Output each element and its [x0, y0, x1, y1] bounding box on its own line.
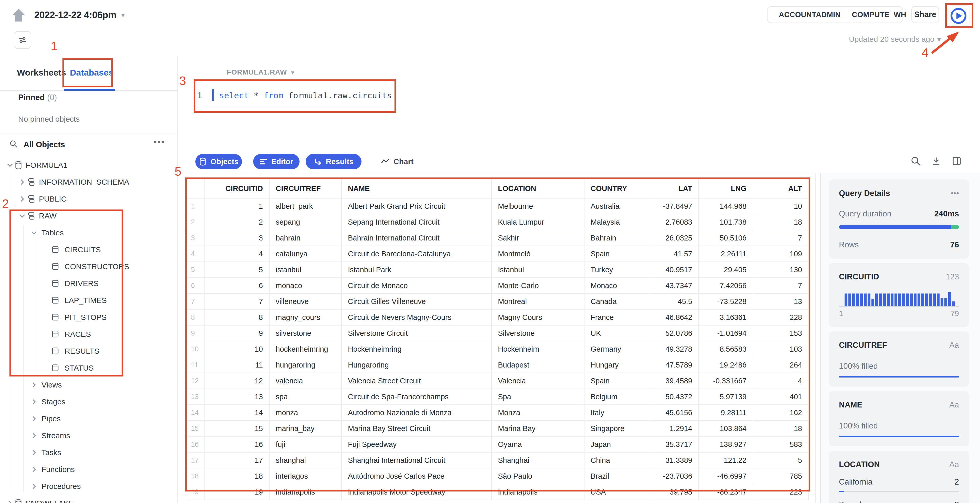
- cell-location[interactable]: São Paulo: [492, 468, 584, 484]
- cell-lat[interactable]: 49.3278: [650, 341, 698, 357]
- cell-circuitid[interactable]: 11: [204, 357, 269, 373]
- cell-name[interactable]: Sepang International Circuit: [342, 214, 492, 230]
- tree-item-functions[interactable]: Functions: [0, 461, 178, 478]
- cell-name[interactable]: Silverstone Circuit: [342, 325, 492, 341]
- cell-alt[interactable]: 153: [753, 325, 808, 341]
- cell-lat[interactable]: 50.4372: [650, 389, 698, 405]
- cell-circuitid[interactable]: 17: [204, 452, 269, 468]
- cell-location[interactable]: Monza: [492, 405, 584, 420]
- column-header-country[interactable]: COUNTRY: [584, 179, 650, 198]
- tab-editor[interactable]: Editor: [253, 154, 299, 169]
- chevron-right-icon[interactable]: [30, 482, 38, 490]
- cell-location[interactable]: Monte-Carlo: [492, 278, 584, 293]
- tree-item-races[interactable]: RACES: [0, 326, 178, 343]
- cell-lat[interactable]: 39.4589: [650, 373, 698, 389]
- cell-lng[interactable]: 138.927: [698, 436, 753, 452]
- cell-lng[interactable]: 121.22: [698, 452, 753, 468]
- cell-circuitid[interactable]: 1: [204, 198, 269, 214]
- cell-circuitref[interactable]: monza: [269, 405, 342, 420]
- cell-circuitref[interactable]: hungaroring: [269, 357, 342, 373]
- cell-country[interactable]: Japan: [584, 436, 650, 452]
- cell-name[interactable]: Shanghai International Circuit: [342, 452, 492, 468]
- chevron-right-icon[interactable]: [30, 381, 38, 389]
- cell-location[interactable]: Oyama: [492, 436, 584, 452]
- cell-alt[interactable]: 5: [753, 452, 808, 468]
- cell-name[interactable]: Hungaroring: [342, 357, 492, 373]
- cell-name[interactable]: Indianapolis Motor Speedway: [342, 484, 492, 500]
- cell-circuitref[interactable]: catalunya: [269, 246, 342, 262]
- cell-country[interactable]: Brazil: [584, 468, 650, 484]
- cell-circuitid[interactable]: 3: [204, 230, 269, 246]
- cell-country[interactable]: USA: [584, 484, 650, 500]
- cell-lng[interactable]: -73.5228: [698, 293, 753, 309]
- cell-alt[interactable]: 18: [753, 420, 808, 436]
- table-row[interactable]: 1313spaCircuit de Spa-FrancorchampsSpaBe…: [187, 389, 808, 405]
- cell-circuitref[interactable]: albert_park: [269, 198, 342, 214]
- cell-circuitref[interactable]: valencia: [269, 373, 342, 389]
- cell-lng[interactable]: 144.968: [698, 198, 753, 214]
- tree-item-snowflake[interactable]: SNOWFLAKE: [0, 495, 178, 503]
- cell-circuitid[interactable]: 15: [204, 420, 269, 436]
- chevron-right-icon[interactable]: [6, 500, 14, 503]
- worksheet-title-dropdown[interactable]: 2022-12-22 4:06pm▼: [34, 10, 126, 21]
- cell-location[interactable]: Istanbul: [492, 262, 584, 278]
- editor-context-dropdown[interactable]: FORMULA1.RAW▼: [227, 68, 296, 76]
- cell-alt[interactable]: 18: [753, 214, 808, 230]
- cell-lng[interactable]: 8.56583: [698, 341, 753, 357]
- cell-country[interactable]: Malaysia: [584, 214, 650, 230]
- cell-lng[interactable]: 9.28111: [698, 405, 753, 420]
- cell-lat[interactable]: 52.0786: [650, 325, 698, 341]
- cell-name[interactable]: Marina Bay Street Circuit: [342, 420, 492, 436]
- cell-location[interactable]: Magny Cours: [492, 309, 584, 325]
- cell-country[interactable]: Bahrain: [584, 230, 650, 246]
- column-header-circuitref[interactable]: CIRCUITREF: [269, 179, 342, 198]
- cell-location[interactable]: Shanghai: [492, 452, 584, 468]
- cell-alt[interactable]: 7: [753, 230, 808, 246]
- cell-circuitid[interactable]: 16: [204, 436, 269, 452]
- cell-name[interactable]: Circuit de Barcelona-Catalunya: [342, 246, 492, 262]
- more-options-icon[interactable]: •••: [951, 189, 959, 198]
- cell-name[interactable]: Circuit de Nevers Magny-Cours: [342, 309, 492, 325]
- cell-country[interactable]: Germany: [584, 341, 650, 357]
- cell-lat[interactable]: 41.57: [650, 246, 698, 262]
- cell-circuitref[interactable]: shanghai: [269, 452, 342, 468]
- cell-circuitid[interactable]: 2: [204, 214, 269, 230]
- cell-alt[interactable]: 401: [753, 389, 808, 405]
- tab-results[interactable]: Results: [305, 154, 361, 169]
- cell-location[interactable]: Silverstone: [492, 325, 584, 341]
- column-header-location[interactable]: LOCATION: [492, 179, 584, 198]
- cell-name[interactable]: Circuit de Spa-Francorchamps: [342, 389, 492, 405]
- column-stats-circuitid[interactable]: CIRCUITID 123 1 79: [829, 263, 969, 327]
- chevron-right-icon[interactable]: [30, 415, 38, 423]
- cell-circuitref[interactable]: indianapolis: [269, 484, 342, 500]
- cell-name[interactable]: Circuit de Monaco: [342, 278, 492, 293]
- cell-country[interactable]: Italy: [584, 405, 650, 420]
- updated-status-dropdown[interactable]: Updated 20 seconds ago ▼: [840, 35, 942, 43]
- cell-lng[interactable]: 3.16361: [698, 309, 753, 325]
- tree-item-pipes[interactable]: Pipes: [0, 410, 178, 427]
- cell-lng[interactable]: -0.331667: [698, 373, 753, 389]
- cell-circuitref[interactable]: fuji: [269, 436, 342, 452]
- tab-databases[interactable]: Databases: [70, 68, 113, 78]
- chevron-right-icon[interactable]: [30, 449, 38, 456]
- cell-circuitref[interactable]: monaco: [269, 278, 342, 293]
- chevron-down-icon[interactable]: [30, 229, 38, 237]
- cell-lat[interactable]: 45.6156: [650, 405, 698, 420]
- cell-circuitid[interactable]: 14: [204, 405, 269, 420]
- cell-lat[interactable]: 45.5: [650, 293, 698, 309]
- tree-item-results[interactable]: RESULTS: [0, 343, 178, 360]
- tree-item-constructors[interactable]: CONSTRUCTORS: [0, 258, 178, 275]
- column-header-circuitid[interactable]: CIRCUITID: [204, 179, 269, 198]
- cell-circuitid[interactable]: 13: [204, 389, 269, 405]
- column-header-name[interactable]: NAME: [342, 179, 492, 198]
- cell-alt[interactable]: 4: [753, 373, 808, 389]
- chevron-right-icon[interactable]: [18, 195, 26, 203]
- cell-lat[interactable]: 35.3717: [650, 436, 698, 452]
- cell-name[interactable]: Albert Park Grand Prix Circuit: [342, 198, 492, 214]
- cell-circuitid[interactable]: 4: [204, 246, 269, 262]
- cell-lat[interactable]: 31.3389: [650, 452, 698, 468]
- cell-alt[interactable]: 785: [753, 468, 808, 484]
- cell-circuitref[interactable]: silverstone: [269, 325, 342, 341]
- tree-item-procedures[interactable]: Procedures: [0, 478, 178, 495]
- cell-lng[interactable]: -86.2347: [698, 484, 753, 500]
